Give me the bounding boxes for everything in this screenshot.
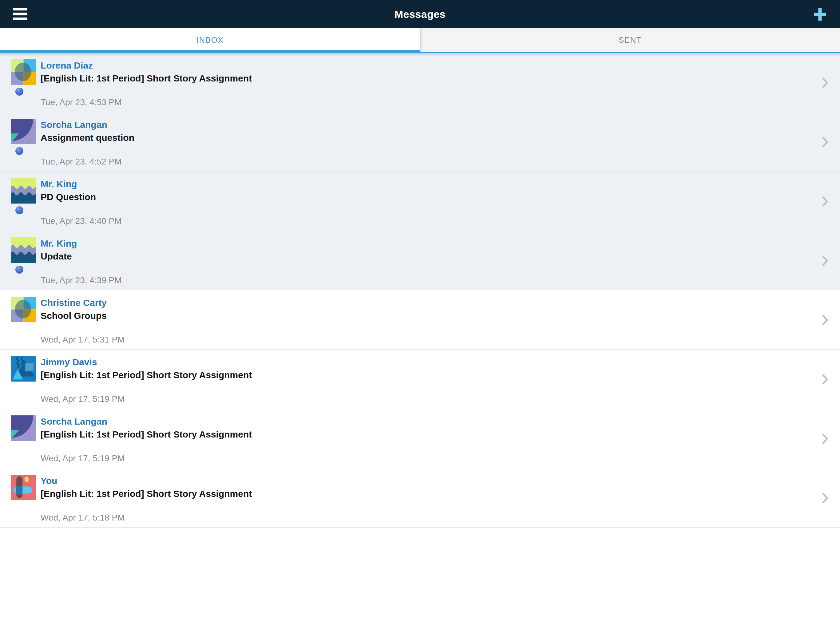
chevron-right-icon xyxy=(822,256,828,266)
message-timestamp: Tue, Apr 23, 4:40 PM xyxy=(41,216,122,226)
message-timestamp: Tue, Apr 23, 4:39 PM xyxy=(41,275,122,286)
message-subject: School Groups xyxy=(41,310,803,321)
chevron-right-icon xyxy=(822,196,828,206)
tab-bar: INBOX SENT xyxy=(0,28,840,53)
message-subject: PD Question xyxy=(41,192,803,202)
avatar xyxy=(11,475,36,500)
avatar xyxy=(11,297,36,322)
chevron-right-icon xyxy=(822,493,828,503)
message-sender: Mr. King xyxy=(41,172,803,189)
message-subject: [English Lit: 1st Period] Short Story As… xyxy=(41,429,803,440)
message-timestamp: Tue, Apr 23, 4:52 PM xyxy=(41,156,122,167)
message-sender: Christine Carty xyxy=(41,290,803,308)
message-timestamp: Wed, Apr 17, 5:18 PM xyxy=(41,513,125,523)
message-list: Lorena Diaz [English Lit: 1st Period] Sh… xyxy=(0,53,840,527)
message-sender: You xyxy=(41,468,803,486)
avatar xyxy=(11,356,36,382)
message-timestamp: Wed, Apr 17, 5:19 PM xyxy=(41,394,125,404)
chevron-right-icon xyxy=(822,137,828,147)
unread-indicator xyxy=(15,266,23,273)
message-row[interactable]: Jimmy Davis [English Lit: 1st Period] Sh… xyxy=(0,349,840,409)
message-row[interactable]: Sorcha Langan Assignment question Tue, A… xyxy=(0,112,840,172)
message-subject: [English Lit: 1st Period] Short Story As… xyxy=(41,370,803,380)
message-subject: [English Lit: 1st Period] Short Story As… xyxy=(41,73,803,84)
message-sender: Lorena Diaz xyxy=(41,53,803,71)
message-row[interactable]: Mr. King Update Tue, Apr 23, 4:39 PM xyxy=(0,231,840,290)
message-row[interactable]: Sorcha Langan [English Lit: 1st Period] … xyxy=(0,409,840,468)
message-row[interactable]: Christine Carty School Groups Wed, Apr 1… xyxy=(0,290,840,349)
avatar xyxy=(11,59,36,85)
chevron-right-icon xyxy=(822,374,828,385)
message-row[interactable]: Mr. King PD Question Tue, Apr 23, 4:40 P… xyxy=(0,172,840,231)
message-sender: Mr. King xyxy=(41,231,803,249)
message-sender: Sorcha Langan xyxy=(41,112,803,130)
compose-button[interactable] xyxy=(813,7,827,22)
message-row[interactable]: Lorena Diaz [English Lit: 1st Period] Sh… xyxy=(0,53,840,112)
message-timestamp: Tue, Apr 23, 4:53 PM xyxy=(41,97,122,108)
message-timestamp: Wed, Apr 17, 5:19 PM xyxy=(41,453,125,464)
page-title: Messages xyxy=(0,0,840,28)
message-subject: [English Lit: 1st Period] Short Story As… xyxy=(41,489,803,499)
chevron-right-icon xyxy=(822,315,828,325)
tab-sent[interactable]: SENT xyxy=(420,28,840,52)
avatar xyxy=(11,119,36,144)
unread-indicator xyxy=(15,88,23,96)
avatar xyxy=(11,237,36,263)
app-header: Messages xyxy=(0,0,840,28)
chevron-right-icon xyxy=(822,77,828,88)
chevron-right-icon xyxy=(822,434,828,444)
avatar xyxy=(11,415,36,441)
message-timestamp: Wed, Apr 17, 5:31 PM xyxy=(41,334,125,345)
message-sender: Jimmy Davis xyxy=(41,349,803,367)
tab-inbox[interactable]: INBOX xyxy=(0,28,420,52)
plus-icon xyxy=(813,7,827,22)
message-subject: Assignment question xyxy=(41,132,803,143)
unread-indicator xyxy=(15,206,23,214)
message-row[interactable]: You [English Lit: 1st Period] Short Stor… xyxy=(0,468,840,527)
message-subject: Update xyxy=(41,251,803,261)
unread-indicator xyxy=(15,147,23,155)
message-sender: Sorcha Langan xyxy=(41,409,803,427)
avatar xyxy=(11,178,36,204)
